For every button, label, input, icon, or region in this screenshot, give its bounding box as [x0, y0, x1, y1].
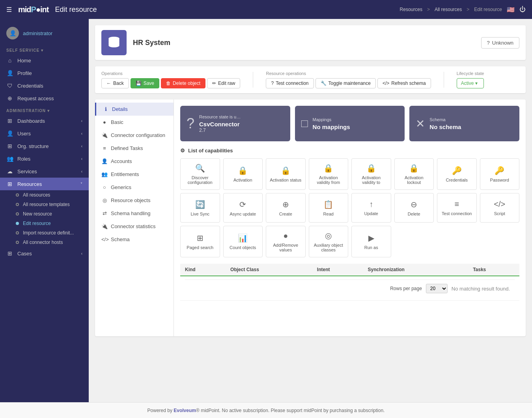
chevron-icon: ‹ — [81, 251, 82, 256]
capabilities-header: ⚙ List of capabilities — [180, 148, 519, 154]
sidebar-item-resources[interactable]: ⊞ Resources ˅ — [0, 178, 89, 190]
home-icon: ⌂ — [6, 57, 13, 64]
nav-item-accounts[interactable]: 👤 Accounts — [95, 155, 174, 168]
delete-button[interactable]: 🗑 Delete object — [161, 78, 205, 88]
sidebar-item-org-structure[interactable]: ⊞ Org. structure ‹ — [0, 140, 89, 152]
dashboards-icon: ⊞ — [6, 118, 13, 124]
content-nav: ℹ Details ● Basic 🔌 Connector configurat… — [95, 99, 174, 336]
sidebar-item-request-access[interactable]: ⊕ Request access — [0, 92, 89, 105]
cap-activation-validity-to[interactable]: 🔒 Activation validity to — [351, 158, 391, 190]
sidebar-item-all-connector-hosts[interactable]: All connector hosts — [6, 238, 89, 247]
sidebar-item-roles[interactable]: 👥 Roles ‹ — [0, 152, 89, 165]
toggle-maintenance-button[interactable]: 🔧 Toggle maintenance — [315, 78, 376, 88]
nav-item-connector-statistics[interactable]: 🔌 Connector statistics — [95, 220, 174, 233]
cap-activation-status[interactable]: 🔒 Activation status — [266, 158, 306, 190]
cap-live-sync[interactable]: 🔄 Live Sync — [180, 193, 220, 223]
content-area: ℹ Details ● Basic 🔌 Connector configurat… — [95, 99, 526, 336]
sidebar-item-new-resource[interactable]: New resource — [6, 209, 89, 219]
schema-status-icon: ✕ — [416, 117, 425, 130]
sidebar-item-all-resources[interactable]: All resources — [6, 190, 89, 200]
cap-run-as[interactable]: ▶ Run as — [351, 226, 391, 257]
breadcrumb-edit-resource: Edit resource — [474, 7, 502, 12]
cap-credentials[interactable]: 🔑 Credentials — [437, 158, 477, 190]
schema-icon: </> — [101, 236, 108, 242]
cap-delete[interactable]: ⊖ Delete — [394, 193, 434, 223]
nav-item-entitlements[interactable]: 👥 Entitlements — [95, 168, 174, 181]
back-button[interactable]: ← Back — [101, 78, 129, 88]
footer: Powered by Evolveum® midPoint. No active… — [0, 402, 532, 418]
cap-auxiliary-object-classes[interactable]: ◎ Auxiliary object classes — [309, 226, 349, 257]
refresh-schema-button[interactable]: </> Refresh schema — [377, 78, 431, 88]
sidebar-item-services[interactable]: ☁ Services ‹ — [0, 165, 89, 178]
sidebar-item-cases[interactable]: ⊞ Cases ‹ — [0, 247, 89, 260]
language-flag[interactable]: 🇺🇸 — [507, 6, 515, 13]
edit-raw-button[interactable]: ✏ Edit raw — [207, 78, 240, 88]
sidebar-item-edit-resource[interactable]: Edit resource — [6, 219, 89, 228]
sidebar-item-profile[interactable]: 👤 Profile — [0, 67, 89, 79]
cap-discover-config[interactable]: 🔍 Discover configuration — [180, 158, 220, 190]
basic-icon: ● — [101, 119, 108, 125]
cap-activation[interactable]: 🔒 Activation — [223, 158, 263, 190]
breadcrumb-resources[interactable]: Resources — [400, 7, 422, 12]
col-tasks: Tasks — [468, 264, 519, 276]
save-button[interactable]: 💾 Save — [131, 78, 159, 88]
chevron-icon: ‹ — [81, 119, 82, 123]
sidebar-item-dashboards[interactable]: ⊞ Dashboards ‹ — [0, 114, 89, 127]
key-icon2: 🔑 — [495, 166, 504, 175]
paged-search-icon: ⊞ — [197, 233, 203, 243]
power-icon[interactable]: ⏻ — [519, 6, 526, 13]
edit-icon: ✏ — [212, 81, 216, 86]
sidebar-item-all-resource-templates[interactable]: All resource templates — [6, 200, 89, 209]
cap-async-update[interactable]: ⟳ Async update — [223, 193, 263, 223]
nav-item-details[interactable]: ℹ Details — [95, 103, 174, 116]
dot-active-icon — [16, 222, 19, 225]
capabilities-grid: 🔍 Discover configuration 🔒 Activation 🔒 … — [180, 158, 519, 257]
add-remove-icon: ● — [283, 231, 288, 240]
rows-per-page-select[interactable]: 20 10 50 100 — [426, 284, 448, 293]
cap-paged-search[interactable]: ⊞ Paged search — [180, 226, 220, 257]
sidebar-item-credentials[interactable]: 🛡 Credentials — [0, 79, 89, 92]
cap-test-connection[interactable]: ≡ Test connection — [437, 193, 477, 223]
cap-password[interactable]: 🔑 Password — [480, 158, 520, 190]
cap-create[interactable]: ⊕ Create — [266, 193, 306, 223]
nav-item-connector-config[interactable]: 🔌 Connector configuration — [95, 129, 174, 142]
key-icon: 🔑 — [452, 166, 462, 175]
sidebar-section-administration[interactable]: ADMINISTRATION ▾ — [0, 105, 89, 114]
cap-activation-lockout[interactable]: 🔒 Activation lockout — [394, 158, 434, 190]
sidebar-user[interactable]: 👤 administrator — [0, 22, 89, 44]
resource-objects-icon: ◎ — [101, 197, 108, 203]
no-result-label: No matching result found. — [452, 286, 510, 292]
cap-read[interactable]: 📋 Read — [309, 193, 349, 223]
test-connection-button[interactable]: ? Test connection — [266, 78, 314, 88]
accounts-icon: 👤 — [101, 158, 108, 164]
lock-icon2: 🔒 — [281, 166, 291, 175]
sidebar-section-self-service[interactable]: SELF SERVICE ▾ — [0, 44, 89, 54]
cap-update[interactable]: ↑ Update — [351, 193, 391, 223]
sidebar-item-home[interactable]: ⌂ Home — [0, 54, 89, 67]
lifecycle-dropdown[interactable]: Active ▾ — [457, 78, 484, 88]
users-icon: 👤 — [6, 130, 13, 137]
hamburger-icon[interactable]: ☰ — [6, 6, 12, 13]
nav-item-defined-tasks[interactable]: ≡ Defined Tasks — [95, 142, 174, 155]
cap-script[interactable]: </> Script — [480, 193, 520, 223]
evolveum-link[interactable]: Evolveum — [174, 408, 196, 413]
nav-item-schema[interactable]: </> Schema — [95, 233, 174, 246]
generics-icon: ○ — [101, 184, 108, 190]
lock-icon5: 🔒 — [409, 163, 419, 173]
cap-count-objects[interactable]: 📊 Count objects — [223, 226, 263, 257]
nav-item-schema-handling[interactable]: ⇄ Schema handling — [95, 207, 174, 220]
sidebar-item-import-resource[interactable]: Import resource definit... — [6, 228, 89, 238]
run-as-icon: ▶ — [368, 233, 374, 243]
sidebar-item-users[interactable]: 👤 Users ‹ — [0, 127, 89, 140]
main-content: HR System ? Unknown Operations ← Back 💾 … — [89, 19, 532, 402]
nav-item-generics[interactable]: ○ Generics — [95, 181, 174, 194]
cap-activation-validity-from[interactable]: 🔒 Activation validity from — [309, 158, 349, 190]
nav-item-resource-objects[interactable]: ◎ Resource objects — [95, 194, 174, 207]
col-object-class: Object Class — [226, 264, 312, 276]
count-icon: 📊 — [238, 233, 248, 243]
nav-item-basic[interactable]: ● Basic — [95, 116, 174, 129]
breadcrumb-all-resources[interactable]: All resources — [435, 7, 462, 12]
cap-add-remove-values[interactable]: ● Add/Remove values — [266, 226, 306, 257]
info-icon: ℹ — [103, 106, 109, 112]
tasks-icon: ≡ — [101, 145, 108, 151]
